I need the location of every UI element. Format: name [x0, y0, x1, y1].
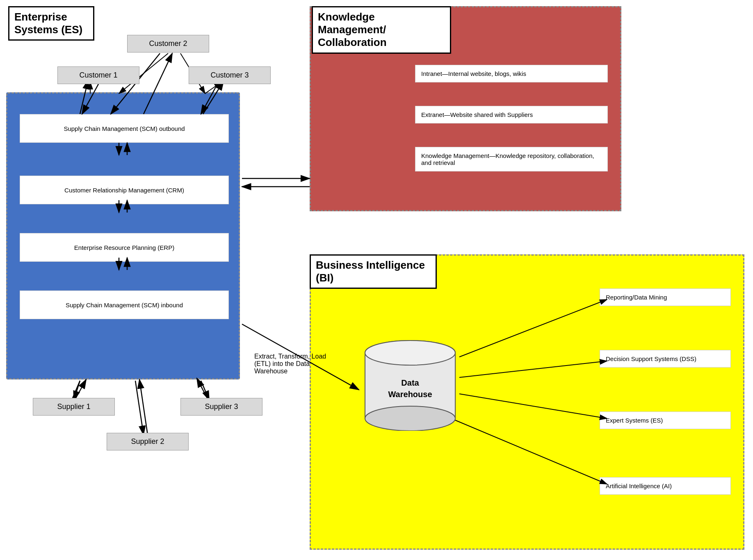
customer2-box: Customer 2: [127, 35, 209, 53]
svg-line-27: [72, 381, 80, 400]
svg-line-29: [201, 381, 209, 400]
scm-out-box: Supply Chain Management (SCM) outbound: [20, 114, 229, 143]
svg-point-2: [365, 406, 455, 431]
km-knowledge-box: Knowledge Management—Knowledge repositor…: [415, 147, 608, 171]
supplier3-box: Supplier 3: [180, 398, 262, 416]
bi-expert-box: Expert Systems (ES): [600, 411, 731, 429]
erp-box: Enterprise Resource Planning (ERP): [20, 233, 229, 262]
supplier1-box: Supplier 1: [33, 398, 115, 416]
svg-line-30: [197, 378, 207, 398]
km-extranet-box: Extranet—Website shared with Suppliers: [415, 106, 608, 123]
km-intranet-box: Intranet—Internal website, blogs, wikis: [415, 65, 608, 82]
svg-point-3: [365, 341, 455, 365]
scm-in-box: Supply Chain Management (SCM) inbound: [20, 290, 229, 319]
svg-line-31: [135, 381, 144, 435]
diagram-container: Intranet—Internal website, blogs, wikis …: [0, 0, 753, 560]
svg-line-26: [74, 381, 80, 400]
customer3-box: Customer 3: [189, 66, 271, 84]
crm-box: Customer Relationship Management (CRM): [20, 176, 229, 204]
km-title-box: Knowledge Management/ Collaboration: [312, 6, 451, 54]
es-area: Supply Chain Management (SCM) outbound C…: [6, 92, 240, 379]
svg-line-28: [76, 379, 86, 398]
es-title-box: Enterprise Systems (ES): [8, 6, 94, 41]
bi-dss-box: Decision Support Systems (DSS): [600, 350, 731, 368]
svg-text:Data: Data: [401, 378, 419, 387]
bi-ai-box: Artificial Intelligence (AI): [600, 477, 731, 495]
supplier2-box: Supplier 2: [107, 433, 189, 450]
etl-label: Extract, Transform, Load (ETL) into the …: [254, 353, 336, 375]
customer1-box: Customer 1: [57, 66, 139, 84]
svg-line-32: [139, 379, 148, 435]
bi-title-box: Business Intelligence (BI): [310, 254, 437, 289]
data-warehouse-cylinder: Data Warehouse: [361, 332, 459, 431]
svg-text:Warehouse: Warehouse: [388, 390, 432, 399]
bi-reporting-box: Reporting/Data Mining: [600, 288, 731, 306]
